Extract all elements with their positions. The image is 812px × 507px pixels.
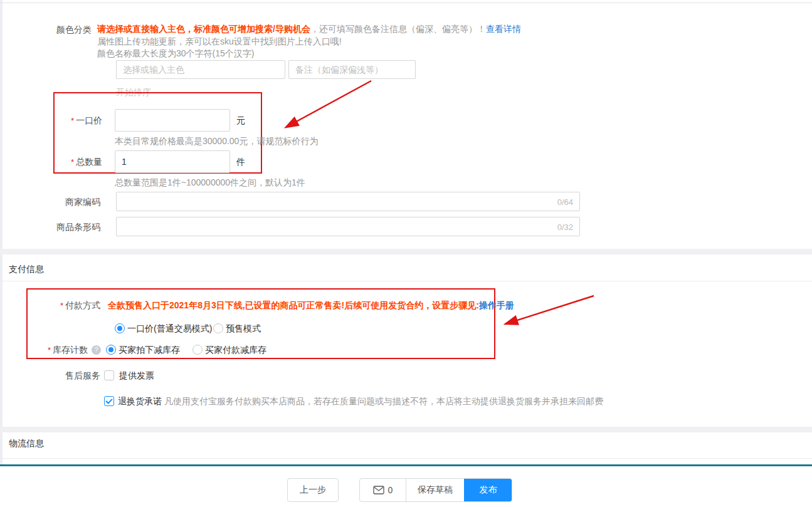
radio-fixed-price[interactable] [115,323,125,333]
required-asterisk: * [71,116,74,125]
presale-notice: 全款预售入口于2021年8月3日下线,已设置的商品可正常售卖!后续可使用发货合约… [108,300,514,311]
color-upload-tip: 属性图上传功能更新，亲可以在sku设置中找到图片上传入口哦! [97,36,342,48]
pay-method-label: *付款方式 [34,300,100,311]
color-length-tip: 颜色名称最大长度为30个字符(15个汉字) [97,48,254,60]
annotation-arrow-payment [505,296,594,324]
publish-button[interactable]: 发布 [464,479,512,501]
annotation-arrow-price [286,81,371,127]
barcode-label: 商品条形码 [25,222,100,233]
logistics-section-title: 物流信息 [9,438,44,449]
color-remark-input[interactable] [288,60,416,79]
draft-count-button[interactable]: 0 [360,479,406,501]
price-help-text: 本类目常规价格最高是30000.00元，请规范标价行为 [115,136,318,147]
envelope-icon [373,486,384,494]
quantity-unit: 件 [236,157,245,168]
left-page-edge [0,0,3,464]
help-icon[interactable]: ? [92,345,101,355]
section-divider [0,281,812,281]
section-gap [0,249,812,254]
top-divider [0,3,812,3]
previous-step-button[interactable]: 上一步 [287,478,339,502]
required-asterisk: * [60,301,63,310]
presale-notice-text: 全款预售入口于2021年8月3日下线,已设置的商品可正常售卖!后续可使用发货合约… [108,300,479,310]
char-counter: 0/32 [557,222,573,231]
main-color-input[interactable] [116,60,285,79]
required-asterisk: * [48,345,51,355]
radio-fixed-price-label[interactable]: 一口价(普通交易模式) [127,323,212,335]
return-promise-checkbox[interactable] [104,396,114,406]
merchant-code-field: 0/64 [116,192,580,211]
color-notice-highlight: 请选择或直接输入主色，标准颜色可增加搜索/导购机会 [97,24,310,34]
publish-button-group: 0 保存草稿 发布 [359,478,512,502]
invoice-checkbox-label[interactable]: 提供发票 [119,370,154,382]
quantity-help-text: 总数量范围是1件~100000000件之间，默认为1件 [115,177,305,189]
invoice-checkbox[interactable] [104,370,114,380]
radio-stock-on-payment[interactable] [192,345,203,355]
after-sale-label: 售后服务 [38,370,100,382]
save-draft-button[interactable]: 保存草稿 [406,479,464,501]
radio-stock-on-order-label[interactable]: 买家拍下减库存 [119,345,180,356]
radio-stock-on-order[interactable] [106,345,116,355]
barcode-input[interactable] [117,217,579,236]
required-asterisk: * [71,157,74,167]
payment-section-title: 支付信息 [9,264,44,275]
section-divider [0,458,812,459]
product-publish-page: 颜色分类 请选择或直接输入主色，标准颜色可增加搜索/导购机会，还可填写颜色备注信… [0,0,812,507]
section-gap [0,427,812,432]
color-class-notice: 请选择或直接输入主色，标准颜色可增加搜索/导购机会，还可填写颜色备注信息（偏深、… [97,24,521,35]
price-unit: 元 [236,115,245,127]
merchant-code-label: 商家编码 [25,197,100,208]
barcode-field: 0/32 [116,217,580,236]
draft-count: 0 [388,485,393,495]
radio-presale-mode[interactable] [213,323,223,333]
quantity-input[interactable] [115,150,230,173]
color-notice-rest: ，还可填写颜色备注信息（偏深、偏亮等）！ [310,24,486,34]
color-class-label: 颜色分类 [36,24,92,36]
price-input[interactable] [115,109,230,132]
return-promise-desc: 凡使用支付宝服务付款购买本店商品，若存在质量问题或与描述不符，本店将主动提供退换… [164,396,603,407]
quantity-label: *总数量 [36,157,102,168]
sort-hint-text: 开始排序 [116,87,151,98]
radio-stock-on-payment-label[interactable]: 买家付款减库存 [205,345,266,356]
stock-count-label: *库存计数 [25,345,88,356]
merchant-code-input[interactable] [117,192,579,211]
char-counter: 0/64 [557,197,573,206]
price-label: *一口价 [36,115,102,127]
view-details-link[interactable]: 查看详情 [486,24,521,34]
return-promise-label[interactable]: 退换货承诺 [118,396,162,407]
radio-presale-mode-label[interactable]: 预售模式 [226,323,261,335]
footer-teal-divider [0,464,812,466]
manual-link[interactable]: 操作手册 [479,300,514,310]
